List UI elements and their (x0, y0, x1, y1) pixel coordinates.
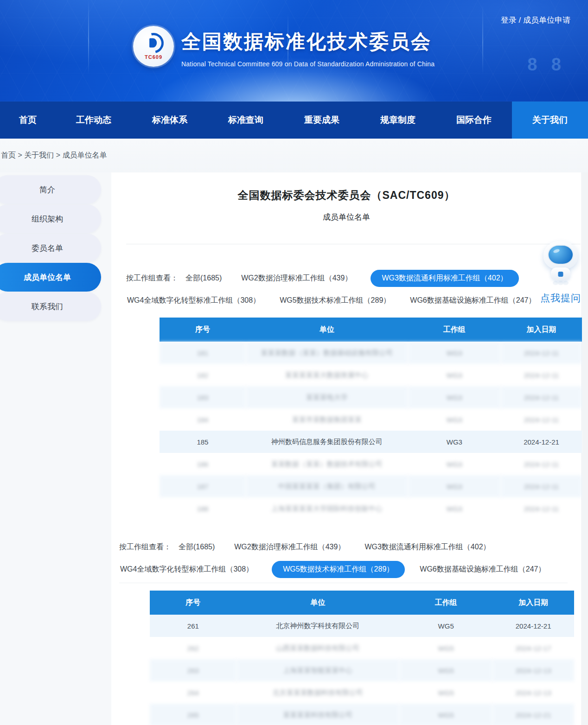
cell-unit: 中国某某某某（集团）有限公司 (246, 475, 408, 497)
banner-digits-decoration: 8 8 (527, 55, 566, 75)
filter-line: 按工作组查看：全部(1685)WG2数据治理标准工作组（439）WG3数据流通利… (126, 269, 582, 287)
nav-item[interactable]: 规章制度 (360, 102, 436, 139)
nav-item[interactable]: 标准查询 (208, 102, 284, 139)
nav-item[interactable]: 关于我们 (512, 102, 588, 139)
cell-date: 2024-12-11 (501, 408, 582, 431)
table-row: 183某某某电大学WG32024-12-11 (160, 386, 582, 408)
cell-date: 2024-12-11 (501, 497, 582, 520)
sidebar: 简介组织架构委员名单成员单位名单联系我们 (0, 175, 101, 321)
cell-workgroup: WG5 (399, 681, 492, 704)
cell-date: 2024-12-11 (501, 386, 582, 408)
cell-index: 265 (150, 704, 236, 725)
brand-text: 全国数据标准化技术委员会 National Technical Committe… (181, 26, 435, 68)
divider (119, 583, 568, 583)
filter-item[interactable]: 全部(1685) (178, 539, 216, 555)
cell-workgroup: WG3 (408, 408, 501, 431)
filter-label: 按工作组查看： (126, 273, 178, 283)
member-table-wg3: 序号单位工作组加入日期 181某某某数据（某某）数据基础设施有限公司WG3202… (160, 318, 582, 520)
cell-workgroup: WG3 (408, 475, 501, 497)
assistant-label[interactable]: 点我提问 (535, 292, 586, 305)
cell-workgroup: WG5 (399, 659, 492, 681)
cell-unit: 某某市某数据集团某某 (246, 408, 408, 431)
cell-index: 184 (160, 408, 246, 431)
filter-label: 按工作组查看： (119, 542, 171, 552)
cell-workgroup: WG3 (408, 364, 501, 386)
cell-workgroup: WG3 (408, 497, 501, 520)
main-panel: 全国数据标委会技术委员会（SAC/TC609） 成员单位名单 按工作组查看：全部… (111, 172, 582, 725)
cell-date: 2024-12-21 (492, 615, 574, 637)
cell-index: 262 (150, 637, 236, 659)
breadcrumb[interactable]: 首页 > 关于我们 > 成员单位名单 (1, 151, 107, 160)
cell-date: 2024-12-11 (501, 475, 582, 497)
breadcrumb-bar: 首页 > 关于我们 > 成员单位名单 (0, 139, 588, 172)
filter-item[interactable]: WG4全域数字化转型标准工作组（308） (119, 561, 254, 578)
robot-head-icon (543, 241, 578, 270)
cell-unit: 某某某数据（某某）数据基础设施有限公司 (246, 342, 408, 364)
cell-index: 182 (160, 364, 246, 386)
filter-item[interactable]: WG3数据流通利用标准工作组（402） (371, 270, 518, 287)
cell-date: 2024-12-21 (501, 431, 582, 453)
filter-item[interactable]: WG5数据技术标准工作组（289） (272, 561, 405, 578)
cell-unit: 某某某电大学 (246, 386, 408, 408)
brand: TC609 全国数据标准化技术委员会 National Technical Co… (133, 26, 435, 68)
cell-unit: 上海某某智能某某中心 (236, 659, 399, 681)
cell-date: 2024-12-17 (492, 637, 574, 659)
cell-workgroup: WG3 (408, 453, 501, 475)
nav-item[interactable]: 工作动态 (56, 102, 132, 139)
login-link[interactable]: 登录 / 成员单位申请 (501, 15, 570, 25)
table-row: 262山西某某数据科技有限公司WG52024-12-17 (150, 637, 574, 659)
page: 8 8 登录 / 成员单位申请 TC609 全国数据标准化技术委员会 Natio… (0, 0, 588, 725)
filter-item[interactable]: WG6数据基础设施标准工作组（247） (409, 293, 537, 309)
column-header: 单位 (246, 318, 408, 342)
column-header: 加入日期 (501, 318, 582, 342)
sidebar-item[interactable]: 联系我们 (0, 292, 101, 321)
cell-unit: 某某数据（某某）数据技术有限公司 (246, 453, 408, 475)
sidebar-item[interactable]: 委员名单 (0, 234, 101, 262)
cell-workgroup: WG3 (408, 386, 501, 408)
filter-item[interactable]: WG4全域数字化转型标准工作组（308） (126, 293, 261, 309)
column-header: 工作组 (408, 318, 501, 342)
logo-swoosh-icon (140, 29, 168, 57)
cell-index: 188 (160, 497, 246, 520)
nav-item[interactable]: 首页 (0, 102, 56, 139)
nav-item[interactable]: 标准体系 (132, 102, 208, 139)
logo-tc-text: TC609 (145, 54, 162, 60)
table-head: 序号单位工作组加入日期 (160, 318, 582, 342)
column-header: 序号 (150, 591, 236, 615)
cell-workgroup: WG3 (408, 431, 501, 453)
cell-date: 2024-12-13 (492, 681, 574, 704)
column-header: 单位 (236, 591, 399, 615)
tc609-logo-icon: TC609 (133, 26, 174, 67)
cell-workgroup: WG5 (399, 704, 492, 725)
filter-line: WG4全域数字化转型标准工作组（308）WG5数据技术标准工作组（289）WG6… (126, 292, 582, 309)
filter-item[interactable]: WG3数据流通利用标准工作组（402） (364, 539, 491, 555)
sidebar-item[interactable]: 组织架构 (0, 204, 101, 233)
filter-item[interactable]: WG2数据治理标准工作组（439） (233, 539, 346, 555)
page-title: 全国数据标委会技术委员会（SAC/TC609） (111, 188, 582, 203)
cell-workgroup: WG5 (399, 615, 492, 637)
filter-item[interactable]: WG2数据治理标准工作组（439） (240, 270, 353, 286)
nav-item[interactable]: 国际合作 (436, 102, 512, 139)
cell-index: 185 (160, 431, 246, 453)
cell-index: 264 (150, 681, 236, 704)
cell-date: 2024-12-11 (501, 342, 582, 364)
member-table-wg5: 序号单位工作组加入日期 261北京神州数字科技有限公司WG52024-12-21… (150, 591, 574, 725)
cell-workgroup: WG3 (408, 342, 501, 364)
nav-item[interactable]: 重要成果 (284, 102, 360, 139)
column-header: 序号 (160, 318, 246, 342)
filter-section-1: 按工作组查看：全部(1685)WG2数据治理标准工作组（439）WG3数据流通利… (111, 269, 582, 309)
table-row: 187中国某某某某（集团）有限公司WG32024-12-11 (160, 475, 582, 497)
main-nav: 首页工作动态标准体系标准查询重要成果规章制度国际合作关于我们 (0, 102, 588, 139)
cell-date: 2024-12-11 (501, 453, 582, 475)
sidebar-item[interactable]: 简介 (0, 175, 101, 204)
cell-index: 261 (150, 615, 236, 637)
filter-item[interactable]: 全部(1685) (185, 270, 223, 286)
filter-item[interactable]: WG5数据技术标准工作组（289） (279, 293, 391, 309)
table-body: 261北京神州数字科技有限公司WG52024-12-21262山西某某数据科技有… (150, 615, 574, 725)
table-row: 184某某市某数据集团某某WG32024-12-11 (160, 408, 582, 431)
filter-item[interactable]: WG6数据基础设施标准工作组（247） (419, 561, 546, 578)
cell-unit: 上海某某某某大学国际科技创新中心 (246, 497, 408, 520)
sidebar-item[interactable]: 成员单位名单 (0, 263, 101, 292)
table-header-row: 序号单位工作组加入日期 (150, 591, 574, 615)
assistant-widget[interactable]: 点我提问 (535, 241, 586, 305)
